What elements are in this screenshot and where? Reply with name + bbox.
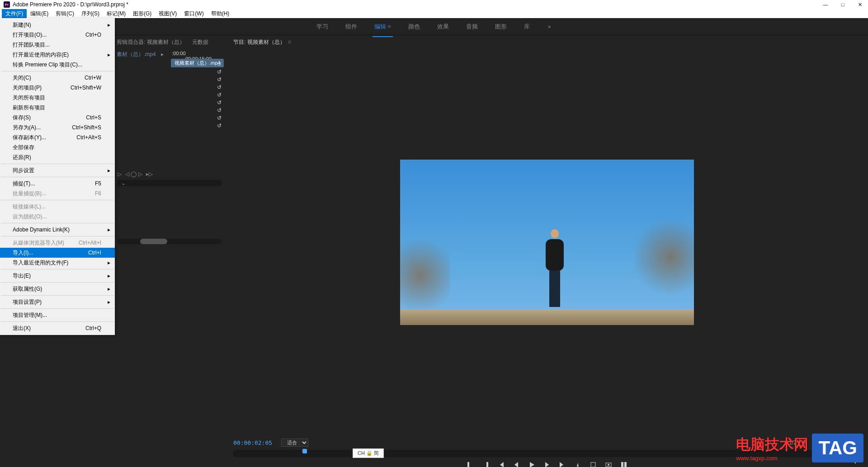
reset-icon[interactable]: ↺: [217, 92, 222, 98]
dropdown-item[interactable]: 导出(E)▸: [0, 271, 115, 281]
ws-tab-edit[interactable]: 编辑 ≡: [373, 20, 393, 33]
source-scrollbar[interactable]: [118, 239, 222, 244]
svg-rect-0: [467, 462, 469, 467]
source-tab-mixer[interactable]: 剪辑混合器: 视频素材（总）: [117, 37, 185, 48]
ws-tab-audio[interactable]: 音频: [464, 20, 480, 33]
mark-out-icon[interactable]: [482, 461, 489, 467]
panel-menu-icon[interactable]: ≡: [288, 39, 291, 45]
reset-icon[interactable]: ↺: [217, 76, 222, 83]
dropdown-item[interactable]: 转换 Premiere Clip 项目(C)...: [0, 60, 115, 70]
reset-icon[interactable]: ↺: [217, 99, 222, 106]
source-tc-start: :00:00: [172, 51, 186, 56]
svg-rect-5: [621, 462, 623, 467]
ws-tab-effects[interactable]: 效果: [435, 20, 451, 33]
reset-icon[interactable]: ↺: [217, 123, 222, 129]
source-expand[interactable]: ⌄: [121, 180, 126, 186]
dropdown-item[interactable]: 保存副本(Y)...Ctrl+Alt+S: [0, 132, 115, 142]
menu-graphics[interactable]: 图形(G): [129, 9, 155, 19]
program-zoom-select[interactable]: 适合: [281, 439, 308, 447]
dropdown-item: 链接媒体(L)...: [0, 202, 115, 212]
program-panel: 节目: 视频素材（总） ≡ 00:00:02:05 适合 1/2: [226, 35, 868, 467]
dropdown-item[interactable]: 同步设置▸: [0, 165, 115, 175]
dropdown-item[interactable]: 全部保存: [0, 142, 115, 152]
dropdown-item[interactable]: 刷新所有项目: [0, 103, 115, 113]
svg-rect-6: [624, 462, 627, 467]
dropdown-item[interactable]: 导入最近使用的文件(F)▸: [0, 258, 115, 268]
menu-markers[interactable]: 标记(M): [103, 9, 129, 19]
reset-icon[interactable]: ↺: [217, 107, 222, 113]
maximize-button[interactable]: □: [838, 2, 847, 8]
dropdown-item[interactable]: 获取属性(G)▸: [0, 284, 115, 294]
source-tab-metadata[interactable]: 元数据: [192, 37, 208, 48]
menu-sequence[interactable]: 序列(S): [78, 9, 103, 19]
ws-tab-assembly[interactable]: 组件: [344, 20, 359, 33]
mark-in-icon[interactable]: [467, 461, 474, 467]
dropdown-item[interactable]: 关闭项目(P)Ctrl+Shift+W: [0, 83, 115, 93]
play-icon[interactable]: [528, 461, 535, 467]
menu-clip[interactable]: 剪辑(C): [52, 9, 78, 19]
dropdown-item[interactable]: 关闭(C)Ctrl+W: [0, 73, 115, 83]
file-dropdown: 新建(N)▸打开项目(O)...Ctrl+O打开团队项目...打开最近使用的内容…: [0, 18, 115, 335]
svg-rect-1: [486, 462, 488, 467]
workspace-bar: 学习 组件 编辑 ≡ 颜色 效果 音频 图形 库 »: [0, 18, 868, 35]
dropdown-item[interactable]: 项目设置(P)▸: [0, 297, 115, 307]
close-button[interactable]: ✕: [855, 2, 864, 8]
minimize-button[interactable]: —: [821, 2, 830, 8]
ws-tab-graphics[interactable]: 图形: [493, 20, 509, 33]
comparison-icon[interactable]: [620, 461, 627, 467]
svg-rect-2: [591, 462, 595, 467]
dropdown-item[interactable]: 保存(S)Ctrl+S: [0, 113, 115, 123]
export-frame-icon[interactable]: [605, 461, 612, 467]
dropdown-item[interactable]: 还原(R): [0, 152, 115, 162]
menu-window[interactable]: 窗口(W): [180, 9, 207, 19]
dropdown-item[interactable]: 关闭所有项目: [0, 93, 115, 103]
reset-icon[interactable]: ↺: [217, 69, 222, 75]
ws-tab-library[interactable]: 库: [522, 20, 532, 33]
menu-file[interactable]: 文件(F): [2, 9, 27, 19]
svg-point-4: [608, 464, 609, 466]
go-to-in-icon[interactable]: [497, 461, 505, 467]
window-title: Adobe Premiere Pro 2020 - D:\pr\Word3.pr…: [13, 1, 128, 8]
dropdown-item[interactable]: 项目管理(M)...: [0, 310, 115, 320]
menu-edit[interactable]: 编辑(E): [27, 9, 52, 19]
dropdown-item: 从媒体浏览器导入(M)Ctrl+Alt+I: [0, 238, 115, 248]
program-title: 节目: 视频素材（总）: [233, 38, 285, 46]
dropdown-item[interactable]: 打开团队项目...: [0, 40, 115, 50]
program-video[interactable]: [400, 160, 694, 325]
ws-tab-learn[interactable]: 学习: [315, 20, 330, 33]
dropdown-item[interactable]: 另存为(A)...Ctrl+Shift+S: [0, 123, 115, 132]
menubar: 文件(F) 编辑(E) 剪辑(C) 序列(S) 标记(M) 图形(G) 视图(V…: [0, 9, 868, 18]
ws-tab-color[interactable]: 颜色: [406, 20, 422, 33]
dropdown-item[interactable]: 退出(X)Ctrl+Q: [0, 323, 115, 333]
watermark: 电脑技术网 www.tagxp.com TAG: [736, 434, 863, 462]
program-timecode[interactable]: 00:00:02:05: [233, 439, 272, 446]
dropdown-item[interactable]: 打开最近使用的内容(E)▸: [0, 50, 115, 60]
app-icon: Pr: [4, 1, 10, 8]
reset-icon[interactable]: ↺: [217, 115, 222, 121]
dropdown-item[interactable]: Adobe Dynamic Link(K)▸: [0, 225, 115, 235]
dropdown-item: 批量捕捉(B)...F6: [0, 189, 115, 198]
dropdown-item[interactable]: 导入(I)...Ctrl+I: [0, 248, 115, 258]
ws-overflow[interactable]: »: [545, 21, 554, 33]
dropdown-item[interactable]: 捕捉(T)...F5: [0, 179, 115, 189]
dropdown-item: 设为脱机(O)...: [0, 212, 115, 222]
dropdown-item[interactable]: 打开项目(O)...Ctrl+O: [0, 30, 115, 40]
reset-icon[interactable]: ↺: [217, 84, 222, 90]
step-back-icon[interactable]: [513, 461, 520, 467]
ime-indicator: CH 🔒 简: [353, 448, 384, 458]
go-to-out-icon[interactable]: [559, 461, 566, 467]
titlebar: Pr Adobe Premiere Pro 2020 - D:\pr\Word3…: [0, 0, 868, 9]
source-clip-name: 素材（总）.mp4: [117, 51, 156, 57]
extract-icon[interactable]: [590, 461, 597, 467]
step-forward-icon[interactable]: [543, 461, 551, 467]
lift-icon[interactable]: [574, 461, 581, 467]
menu-help[interactable]: 帮助(H): [208, 9, 233, 19]
dropdown-item[interactable]: 新建(N)▸: [0, 20, 115, 30]
menu-view[interactable]: 视图(V): [155, 9, 180, 19]
reset-icon[interactable]: ↺: [217, 61, 222, 67]
